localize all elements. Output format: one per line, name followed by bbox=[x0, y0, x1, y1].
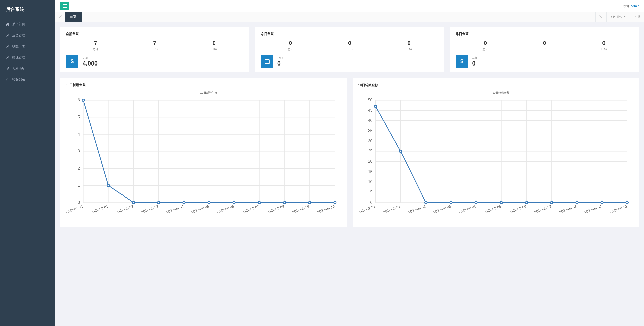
total-value: 0 bbox=[277, 60, 283, 67]
svg-point-44 bbox=[183, 201, 185, 204]
svg-point-99 bbox=[475, 201, 477, 204]
card-total: $总额4.000 bbox=[66, 55, 244, 68]
svg-text:2022-08-10: 2022-08-10 bbox=[609, 204, 627, 214]
tab-prev-button[interactable] bbox=[55, 12, 65, 22]
svg-text:2022-08-06: 2022-08-06 bbox=[508, 204, 527, 214]
svg-point-45 bbox=[208, 201, 210, 204]
svg-text:50: 50 bbox=[368, 98, 373, 102]
svg-point-101 bbox=[525, 201, 528, 204]
stat-card-0: 全部鱼苗7总计7ERC0TRC$总额4.000 bbox=[60, 27, 249, 72]
tab-home[interactable]: 首页 bbox=[65, 12, 82, 22]
chart-area: 051015202530354045502022-07-312022-08-01… bbox=[358, 96, 633, 222]
tab-exit-button[interactable]: 退 bbox=[629, 12, 644, 22]
svg-point-47 bbox=[258, 201, 260, 204]
wrench-icon bbox=[6, 45, 10, 48]
stat-2: 0TRC bbox=[184, 40, 244, 51]
welcome-user[interactable]: admin bbox=[631, 4, 639, 8]
svg-point-103 bbox=[576, 201, 578, 204]
legend-swatch bbox=[482, 92, 491, 94]
dollar-icon: $ bbox=[456, 55, 468, 68]
wrench-icon bbox=[6, 34, 10, 37]
chart-svg: 051015202530354045502022-07-312022-08-01… bbox=[358, 96, 633, 222]
stat-cards-row: 全部鱼苗7总计7ERC0TRC$总额4.000今日鱼苗0总计0ERC0TRC总额… bbox=[60, 27, 639, 72]
wrench-icon bbox=[6, 56, 10, 59]
svg-text:35: 35 bbox=[368, 128, 373, 133]
sidebar-item-2[interactable]: 收益日志 bbox=[0, 41, 55, 52]
card-stats: 7总计7ERC0TRC bbox=[66, 40, 244, 51]
chart-title: 10日转账金额 bbox=[358, 83, 633, 87]
total-value: 0 bbox=[472, 60, 478, 67]
sidebar-item-4[interactable]: 授权地址 bbox=[0, 63, 55, 74]
tab-exit-label: 退 bbox=[637, 15, 640, 19]
stat-label: ERC bbox=[125, 47, 185, 50]
tab-next-button[interactable] bbox=[595, 12, 606, 22]
svg-text:2022-08-06: 2022-08-06 bbox=[216, 204, 234, 214]
double-chevron-left-icon bbox=[58, 15, 62, 18]
svg-text:10: 10 bbox=[368, 180, 373, 184]
total-label: 总额 bbox=[277, 56, 283, 60]
sidebar-item-5[interactable]: 转账记录 bbox=[0, 74, 55, 85]
welcome-text: 欢迎 admin bbox=[623, 4, 639, 8]
home-icon bbox=[6, 22, 10, 26]
svg-text:3: 3 bbox=[78, 149, 80, 153]
sidebar-item-label: 收益日志 bbox=[12, 44, 25, 49]
svg-text:2022-08-04: 2022-08-04 bbox=[458, 204, 476, 214]
svg-point-42 bbox=[132, 201, 135, 204]
svg-text:2022-08-07: 2022-08-07 bbox=[241, 204, 260, 214]
svg-text:1: 1 bbox=[78, 183, 80, 187]
chart-legend: 10日转账金额 bbox=[358, 91, 633, 95]
total-value: 4.000 bbox=[83, 60, 98, 67]
card-total: $总额0 bbox=[456, 55, 633, 68]
double-chevron-right-icon bbox=[599, 15, 603, 18]
svg-point-95 bbox=[374, 105, 377, 107]
stat-label: TRC bbox=[574, 47, 633, 50]
stat-label: 总计 bbox=[456, 47, 515, 51]
svg-text:2022-08-05: 2022-08-05 bbox=[483, 204, 502, 214]
svg-text:0: 0 bbox=[370, 200, 373, 205]
stat-label: ERC bbox=[320, 47, 379, 50]
svg-text:25: 25 bbox=[368, 149, 373, 153]
stat-value: 7 bbox=[66, 40, 125, 46]
card-stats: 0总计0ERC0TRC bbox=[456, 40, 633, 51]
exit-icon bbox=[633, 15, 636, 18]
sidebar-item-0[interactable]: 后台首页 bbox=[0, 19, 55, 30]
svg-text:2022-08-09: 2022-08-09 bbox=[584, 204, 602, 214]
total-text: 总额0 bbox=[277, 56, 283, 67]
sidebar-item-1[interactable]: 鱼苗管理 bbox=[0, 30, 55, 41]
svg-point-102 bbox=[550, 201, 553, 204]
svg-text:2022-08-02: 2022-08-02 bbox=[408, 204, 426, 214]
sidebar-item-label: 转账记录 bbox=[12, 77, 25, 82]
svg-text:2022-08-04: 2022-08-04 bbox=[166, 204, 184, 214]
tab-close-ops-button[interactable]: 关闭操作 bbox=[606, 12, 629, 22]
tabs-left: 首页 bbox=[55, 12, 82, 22]
svg-text:2022-08-05: 2022-08-05 bbox=[191, 204, 209, 214]
stat-label: ERC bbox=[515, 47, 574, 50]
svg-text:4: 4 bbox=[78, 132, 80, 136]
stat-value: 0 bbox=[379, 40, 439, 46]
chart-title: 10日新增鱼苗 bbox=[66, 83, 341, 87]
sidebar-item-3[interactable]: 提现管理 bbox=[0, 52, 55, 63]
svg-point-50 bbox=[334, 201, 336, 204]
sidebar-item-label: 授权地址 bbox=[12, 66, 25, 71]
stat-value: 0 bbox=[261, 40, 320, 46]
stat-1: 0ERC bbox=[515, 40, 574, 51]
power-icon bbox=[6, 78, 10, 81]
menu-toggle-button[interactable] bbox=[60, 2, 69, 10]
svg-point-98 bbox=[450, 201, 452, 204]
stat-card-1: 今日鱼苗0总计0ERC0TRC总额0 bbox=[255, 27, 444, 72]
svg-point-46 bbox=[233, 201, 235, 204]
topbar: 欢迎 admin bbox=[55, 0, 644, 12]
sidebar-menu: 后台首页鱼苗管理收益日志提现管理授权地址转账记录 bbox=[0, 19, 55, 85]
total-label: 总额 bbox=[472, 56, 478, 60]
svg-text:2: 2 bbox=[78, 166, 80, 170]
svg-text:2022-08-08: 2022-08-08 bbox=[266, 204, 285, 214]
charts-row: 10日新增鱼苗10日新增鱼苗01234562022-07-312022-08-0… bbox=[60, 78, 639, 227]
stat-0: 7总计 bbox=[66, 40, 125, 51]
stat-label: 总计 bbox=[261, 47, 320, 51]
total-label: 总额 bbox=[83, 56, 98, 60]
svg-point-40 bbox=[82, 99, 84, 101]
stat-label: TRC bbox=[379, 47, 439, 50]
stat-0: 0总计 bbox=[456, 40, 515, 51]
svg-text:45: 45 bbox=[368, 108, 373, 112]
stat-value: 0 bbox=[515, 40, 574, 46]
